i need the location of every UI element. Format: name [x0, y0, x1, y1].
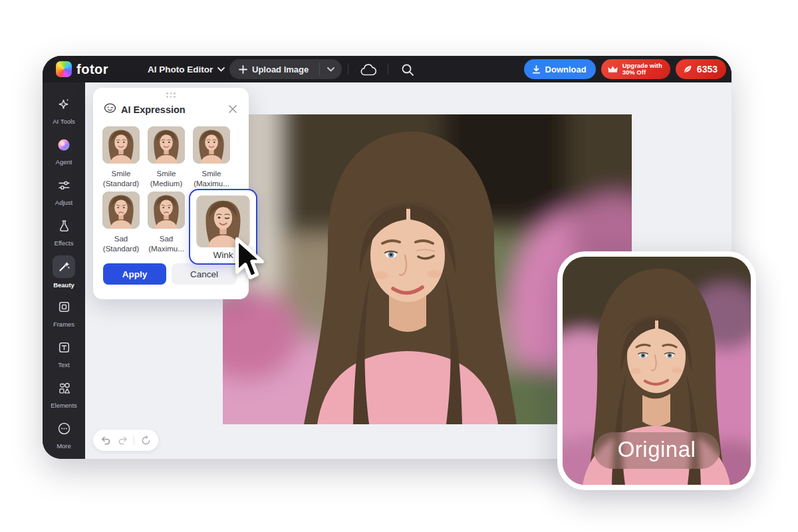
ai-expression-panel: AI Expression Smile(Standard) Smile(Medi… — [93, 88, 249, 299]
expression-thumbnail — [102, 126, 140, 164]
crown-icon — [607, 65, 618, 74]
sidebar-item-label: AI Tools — [53, 118, 75, 125]
sidebar-item-label: Elements — [51, 402, 77, 409]
topbar-divider — [348, 64, 348, 74]
expression-option-sad-maximum[interactable]: Sad(Maximu... — [148, 192, 185, 254]
topbar-actions: Download Upgrade with 30% Off — [524, 59, 726, 79]
undo-button[interactable] — [100, 434, 112, 446]
sidebar-item-text[interactable]: Text — [43, 332, 85, 373]
history-divider — [134, 436, 134, 445]
effects-flask-icon — [54, 216, 74, 236]
ai-tools-icon — [54, 94, 74, 114]
more-icon — [54, 419, 74, 439]
chevron-down-icon — [217, 67, 225, 72]
sidebar-item-label: Adjust — [55, 199, 72, 206]
fotor-logo[interactable]: fotor — [56, 61, 108, 77]
history-toolbar — [93, 430, 158, 451]
expression-label: Smile(Standard) — [97, 169, 145, 189]
sidebar-item-beauty[interactable]: Beauty — [43, 251, 85, 292]
app-menu-label: AI Photo Editor — [148, 65, 213, 74]
fotor-logo-icon — [56, 61, 72, 77]
sidebar-item-more[interactable]: More — [43, 414, 85, 454]
undo-icon — [100, 436, 111, 445]
cloud-save-button[interactable] — [360, 61, 377, 78]
expression-label: Smile(Maximu... — [188, 169, 235, 189]
upload-image-button-group: Upload Image — [229, 59, 342, 79]
sidebar-item-frames[interactable]: Frames — [43, 292, 85, 332]
sidebar: AI Tools Agent Adjust — [43, 82, 85, 459]
expression-label: Smile(Medium) — [142, 169, 190, 189]
cloud-icon — [360, 64, 376, 76]
sidebar-item-label: Text — [58, 361, 69, 368]
fotor-logo-text: fotor — [76, 62, 108, 77]
expression-option-smile-maximum[interactable]: Smile(Maximu... — [193, 126, 230, 189]
frames-icon — [54, 297, 74, 317]
reset-button[interactable] — [140, 434, 152, 446]
panel-close-button[interactable] — [225, 102, 240, 116]
leaf-icon — [682, 64, 693, 74]
expression-label: Sad(Maximu... — [142, 234, 190, 254]
redo-icon — [118, 436, 128, 445]
app-menu-dropdown[interactable]: AI Photo Editor — [142, 59, 230, 79]
original-comparison-card: Original — [557, 251, 756, 490]
expression-option-sad-standard[interactable]: Sad(Standard) — [102, 192, 140, 254]
page: fotor AI Photo Editor Upload Image — [0, 0, 798, 532]
sidebar-item-effects[interactable]: Effects — [43, 211, 85, 251]
upgrade-label: Upgrade with 30% Off — [622, 63, 662, 76]
upload-options-button[interactable] — [320, 59, 342, 79]
chevron-down-icon — [327, 67, 334, 72]
sidebar-item-adjust[interactable]: Adjust — [43, 170, 85, 211]
upgrade-button[interactable]: Upgrade with 30% Off — [601, 59, 670, 79]
cursor-pointer-icon — [232, 237, 264, 281]
apply-button[interactable]: Apply — [103, 263, 166, 285]
elements-shapes-icon — [54, 378, 74, 398]
original-badge: Original — [594, 432, 720, 469]
expression-thumbnail — [148, 126, 185, 164]
agent-icon — [54, 135, 74, 155]
expression-thumbnail — [193, 126, 230, 164]
sidebar-item-elements[interactable]: Elements — [43, 373, 85, 414]
search-icon — [401, 63, 414, 76]
expression-label: Sad(Standard) — [97, 234, 145, 254]
sidebar-item-agent[interactable]: Agent — [43, 130, 85, 170]
credits-button[interactable]: 6353 — [676, 59, 726, 79]
beauty-wand-icon — [53, 255, 75, 278]
upload-image-button[interactable]: Upload Image — [229, 59, 319, 79]
sidebar-item-label: More — [57, 442, 71, 450]
cancel-button[interactable]: Cancel — [172, 263, 237, 285]
upload-image-label: Upload Image — [252, 65, 309, 74]
topbar-divider — [388, 64, 388, 74]
plus-icon — [239, 65, 247, 74]
download-icon — [531, 65, 541, 74]
credits-count: 6353 — [697, 64, 718, 74]
sidebar-item-label: Beauty — [53, 281, 74, 289]
redo-button[interactable] — [117, 434, 129, 446]
close-icon — [228, 104, 237, 114]
sidebar-item-label: Effects — [55, 239, 74, 247]
sidebar-item-label: Agent — [56, 158, 72, 166]
expression-face-icon — [104, 103, 116, 116]
sidebar-item-ai-tools[interactable]: AI Tools — [43, 89, 85, 130]
expression-thumbnail — [102, 192, 140, 229]
adjust-sliders-icon — [54, 176, 74, 196]
expression-option-smile-standard[interactable]: Smile(Standard) — [102, 126, 140, 189]
topbar: fotor AI Photo Editor Upload Image — [43, 56, 732, 82]
expression-option-smile-medium[interactable]: Smile(Medium) — [148, 126, 185, 189]
text-icon — [54, 338, 74, 358]
search-button[interactable] — [399, 61, 416, 78]
panel-title: AI Expression — [121, 104, 186, 115]
reset-icon — [141, 436, 151, 446]
download-label: Download — [545, 65, 587, 74]
expression-thumbnail — [148, 192, 185, 229]
panel-drag-handle[interactable] — [166, 92, 176, 98]
download-button[interactable]: Download — [524, 59, 596, 79]
sidebar-item-label: Frames — [53, 321, 74, 328]
